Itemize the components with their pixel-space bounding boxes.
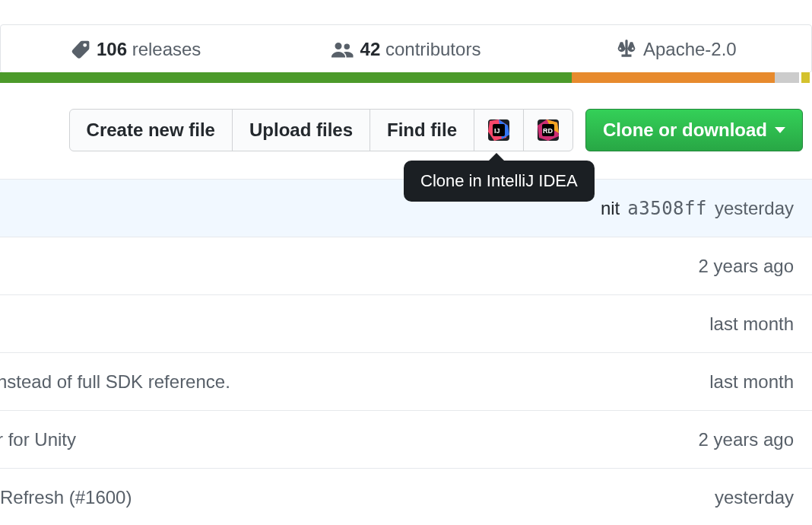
- commit-age: yesterday: [715, 198, 794, 219]
- contributors-link[interactable]: 42 contributors: [271, 25, 541, 72]
- language-bar[interactable]: [0, 72, 812, 83]
- license-link[interactable]: Apache-2.0: [541, 25, 811, 72]
- file-toolbar: Create new file Upload files Find file I…: [0, 83, 812, 151]
- table-row[interactable]: last month: [0, 295, 812, 353]
- commit-message[interactable]: r for Unity: [0, 429, 76, 450]
- commit-age: last month: [709, 313, 794, 335]
- releases-label: releases: [132, 39, 201, 59]
- tag-icon: [71, 40, 90, 59]
- releases-count: 106: [97, 39, 127, 59]
- lang-segment: [810, 72, 812, 83]
- tooltip-clone-intellij: Clone in IntelliJ IDEA: [404, 161, 595, 202]
- svg-text:IJ: IJ: [494, 127, 500, 135]
- caret-down-icon: [775, 127, 785, 133]
- repo-meta-bar: 106 releases 42 contributors Apache-2.0: [0, 24, 812, 73]
- clone-download-button[interactable]: Clone or download: [585, 109, 803, 151]
- commit-sha[interactable]: a3508ff: [627, 198, 707, 219]
- commit-age: yesterday: [715, 487, 794, 508]
- find-file-button[interactable]: Find file: [370, 109, 474, 151]
- clone-intellij-button[interactable]: IJ: [474, 109, 524, 151]
- commit-message[interactable]: Refresh (#1600): [0, 487, 132, 508]
- intellij-icon: IJ: [487, 118, 511, 142]
- table-row[interactable]: r for Unity 2 years ago: [0, 411, 812, 469]
- commit-message[interactable]: nstead of full SDK reference.: [0, 371, 230, 393]
- commit-age: 2 years ago: [699, 256, 794, 277]
- lang-segment: [572, 72, 775, 83]
- clone-rider-button[interactable]: RD: [523, 109, 573, 151]
- table-row[interactable]: nstead of full SDK reference. last month: [0, 353, 812, 411]
- table-row[interactable]: Refresh (#1600) yesterday: [0, 469, 812, 525]
- law-icon: [616, 40, 637, 59]
- commit-age: 2 years ago: [699, 429, 794, 450]
- commit-prefix: nit: [601, 198, 620, 219]
- create-file-button[interactable]: Create new file: [69, 109, 233, 151]
- svg-text:RD: RD: [543, 127, 553, 135]
- commit-age: last month: [709, 371, 794, 393]
- lang-segment: [801, 72, 810, 83]
- releases-link[interactable]: 106 releases: [1, 25, 271, 72]
- table-row[interactable]: 2 years ago: [0, 237, 812, 295]
- clone-download-label: Clone or download: [603, 119, 767, 141]
- file-list: nit a3508ff yesterday 2 years ago last m…: [0, 179, 812, 525]
- file-actions-group: Create new file Upload files Find file I…: [69, 109, 573, 151]
- license-label: Apache-2.0: [643, 39, 737, 60]
- lang-segment: [775, 72, 799, 83]
- contributors-count: 42: [360, 39, 381, 59]
- lang-segment: [0, 72, 572, 83]
- upload-files-button[interactable]: Upload files: [232, 109, 370, 151]
- people-icon: [331, 40, 354, 59]
- contributors-label: contributors: [385, 39, 481, 59]
- rider-icon: RD: [536, 118, 560, 142]
